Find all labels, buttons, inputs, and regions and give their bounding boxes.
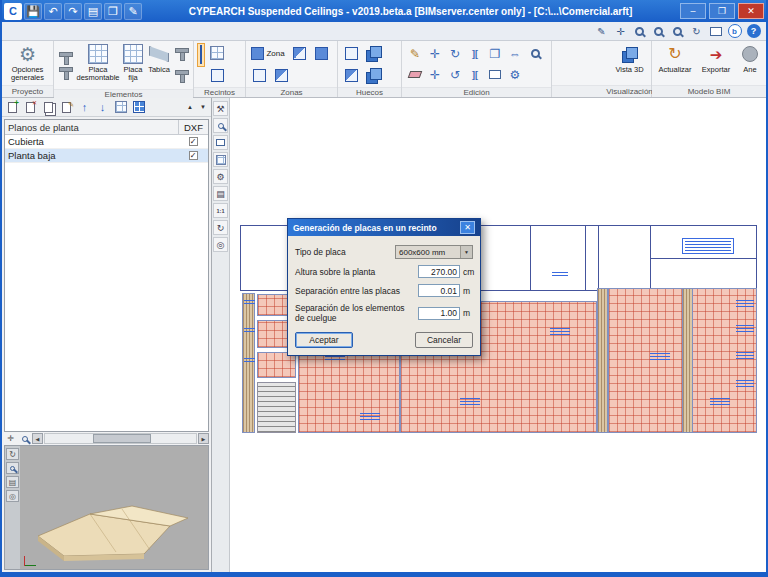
add-plan-button[interactable] (4, 99, 21, 115)
mirror-copy-icon[interactable]: ][ (465, 64, 485, 85)
opening-tool-3-button[interactable] (341, 65, 361, 85)
zoom-actual-size-icon[interactable]: 1:1 (213, 203, 228, 218)
hanger-spacing-input[interactable]: 1.00 (418, 307, 460, 320)
zone-tool-2-button[interactable] (311, 43, 331, 63)
rotate-ccw-icon[interactable]: ↺ (445, 64, 465, 85)
scrollbar-thumb[interactable] (93, 434, 150, 443)
dropdown-arrow-icon[interactable]: ▼ (460, 246, 472, 258)
room-tool-1-button[interactable] (207, 43, 227, 63)
copy-document-icon[interactable]: ❐ (104, 3, 122, 20)
frame-select-icon[interactable] (707, 24, 724, 39)
erase-icon[interactable] (405, 64, 425, 85)
bimserver-icon[interactable]: b (726, 24, 743, 39)
orbit-icon[interactable]: ↻ (6, 448, 19, 460)
opening-tool-2-button[interactable] (363, 43, 383, 63)
cube-icon (622, 47, 637, 62)
dxf-manager-button[interactable] (112, 99, 129, 115)
move-up-button[interactable]: ↑ (76, 99, 93, 115)
selection-rectangle-icon[interactable] (213, 135, 228, 150)
regen-icon[interactable]: ↻ (213, 220, 228, 235)
collapse-down-button[interactable]: ▼ (197, 99, 209, 115)
horizontal-scrollbar[interactable] (44, 433, 197, 444)
rotate-icon[interactable]: ↻ (445, 43, 465, 64)
pan-hand-icon[interactable]: ✛ (4, 433, 17, 445)
preview-zoom-icon[interactable] (18, 433, 31, 445)
dialog-title-bar[interactable]: Generación de placas en un recinto ✕ (288, 219, 480, 236)
zone-tool-1-button[interactable] (289, 43, 309, 63)
dialog-close-button[interactable]: ✕ (460, 221, 475, 234)
aceptar-button[interactable]: Aceptar (295, 332, 353, 348)
collapse-up-button[interactable]: ▲ (184, 99, 196, 115)
dxf-checkbox[interactable]: ✓ (189, 151, 198, 160)
placa-fija-button[interactable]: Placa fija (121, 43, 145, 82)
placa-desmontable-button[interactable]: Placa desmontable (77, 43, 119, 82)
edit-plan-button[interactable] (58, 99, 75, 115)
search-icon[interactable] (213, 118, 228, 133)
move-icon[interactable]: ✛ (425, 43, 445, 64)
mirror-icon[interactable]: ][ (465, 43, 485, 64)
exportar-button[interactable]: ➔ Exportar (697, 43, 735, 74)
save-icon[interactable]: 💾 (24, 3, 42, 20)
generate-tiles-room-button[interactable] (197, 43, 205, 67)
target-icon[interactable]: ◎ (6, 490, 19, 502)
edit-pencil-icon[interactable]: ✎ (405, 43, 425, 64)
tabica-button[interactable]: Tabica (147, 43, 171, 74)
redo-icon[interactable]: ↷ (64, 3, 82, 20)
copy-icon[interactable]: ❐ (485, 43, 505, 64)
close-button[interactable]: ✕ (738, 3, 764, 19)
profile-variant-1-button[interactable] (173, 43, 191, 63)
opciones-generales-button[interactable]: ⚙ Opciones generales (5, 43, 50, 82)
settings-icon[interactable]: ⚙ (213, 169, 228, 184)
zoom-extents-icon[interactable] (650, 24, 667, 39)
table-row[interactable]: Cubierta ✓ (5, 135, 208, 149)
reference-target-icon[interactable]: ◎ (213, 237, 228, 252)
app-icon[interactable]: C (4, 3, 22, 20)
print-icon[interactable]: ▤ (84, 3, 102, 20)
actualizar-button[interactable]: ↻ Actualizar (655, 43, 695, 74)
zoom-previous-icon[interactable] (669, 24, 686, 39)
layers-panel-icon[interactable]: ▤ (213, 186, 228, 201)
resize-icon[interactable]: ⇔ (505, 43, 525, 64)
maximize-button[interactable]: ❐ (709, 3, 735, 19)
height-input[interactable]: 270.00 (418, 265, 460, 278)
edit-view-icon[interactable]: ✎ (593, 24, 610, 39)
scroll-right-button[interactable]: ▶ (198, 433, 209, 444)
zoom-window-icon[interactable] (631, 24, 648, 39)
zona-button[interactable]: Zona (249, 43, 287, 63)
vista-3d-button[interactable]: Vista 3D (611, 43, 648, 74)
layers-icon[interactable]: ▤ (6, 476, 19, 488)
preview-viewport[interactable] (20, 446, 208, 569)
delete-plan-button[interactable] (22, 99, 39, 115)
dxf-layers-button[interactable] (130, 99, 147, 115)
edit-document-icon[interactable]: ✎ (124, 3, 142, 20)
redraw-icon[interactable]: ↻ (688, 24, 705, 39)
opening-tool-1-button[interactable] (341, 43, 361, 63)
minimize-button[interactable]: – (680, 3, 706, 19)
zoom-search-icon[interactable] (525, 43, 545, 64)
window-select-icon[interactable] (485, 64, 505, 85)
dxf-checkbox[interactable]: ✓ (189, 137, 198, 146)
zone-tool-4-button[interactable] (271, 65, 291, 85)
zoom-in-icon[interactable] (6, 462, 19, 474)
edit-settings-icon[interactable]: ⚙ (505, 64, 525, 85)
tile-type-select[interactable]: 600x600 mm ▼ (395, 245, 473, 259)
room-tool-2-button[interactable] (207, 65, 227, 85)
anexo-button[interactable]: Ane (737, 43, 763, 74)
undo-icon[interactable]: ↶ (44, 3, 62, 20)
pan-icon[interactable]: ✛ (612, 24, 629, 39)
help-icon[interactable]: ? (745, 24, 762, 39)
tools-icon[interactable]: ⚒ (213, 101, 228, 116)
move-copy-icon[interactable]: ✛ (425, 64, 445, 85)
opening-tool-4-button[interactable] (363, 65, 383, 85)
grid-snap-icon[interactable] (213, 152, 228, 167)
move-down-button[interactable]: ↓ (94, 99, 111, 115)
cancelar-button[interactable]: Cancelar (415, 332, 473, 348)
scroll-left-button[interactable]: ◀ (32, 433, 43, 444)
table-row[interactable]: Planta baja ✓ (5, 149, 208, 163)
drawing-canvas[interactable]: Generación de placas en un recinto ✕ Tip… (230, 98, 766, 572)
copy-plan-button[interactable] (40, 99, 57, 115)
tile-gap-input[interactable]: 0.01 (418, 284, 460, 297)
profile-variant-2-button[interactable] (173, 65, 191, 85)
ceiling-profile-button[interactable] (57, 43, 75, 87)
zone-tool-3-button[interactable] (249, 65, 269, 85)
